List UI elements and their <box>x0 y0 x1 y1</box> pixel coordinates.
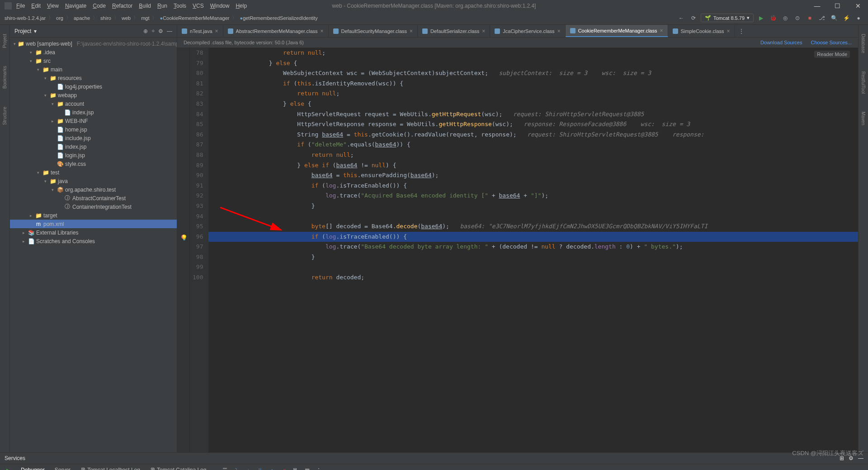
close-tab-icon[interactable]: × <box>727 28 730 34</box>
tree-item[interactable]: mpom.xml <box>10 220 177 228</box>
debugger-tab[interactable]: Server <box>50 465 75 470</box>
git-button[interactable]: ⎇ <box>817 13 827 23</box>
tree-item[interactable]: ⒿContainerIntegrationTest <box>10 202 177 211</box>
editor-tab[interactable]: nTest.java× <box>177 25 223 37</box>
menu-code[interactable]: Code <box>93 3 106 9</box>
tree-item[interactable]: ▾📁src <box>10 56 177 65</box>
more-icon[interactable]: ⋮ <box>314 465 324 470</box>
profile-button[interactable]: ⊙ <box>793 13 802 23</box>
services-settings-icon[interactable]: ⚙ <box>849 455 854 461</box>
close-tab-icon[interactable]: × <box>660 28 663 34</box>
layout-icon[interactable]: ☰ <box>220 465 230 470</box>
coverage-button[interactable]: ◎ <box>780 13 790 23</box>
code-lines[interactable]: return null; } else { WebSubjectContext … <box>208 48 858 452</box>
breadcrumb-item[interactable]: apache <box>74 15 90 21</box>
gutter[interactable]: 💡 <box>177 48 190 452</box>
menu-file[interactable]: File <box>16 3 25 9</box>
trace-icon[interactable]: ▦ <box>302 465 312 470</box>
step-into-icon[interactable]: ↓ <box>243 465 253 470</box>
close-tab-icon[interactable]: × <box>410 28 413 34</box>
project-tree[interactable]: ▾📁 web [samples-web] F:\javasec-env\shir… <box>10 38 177 452</box>
tree-item[interactable]: ▾📁java <box>10 177 177 185</box>
tree-item[interactable]: ▸📚External Libraries <box>10 228 177 237</box>
menu-help[interactable]: Help <box>236 3 247 9</box>
close-tab-icon[interactable]: × <box>215 28 218 34</box>
evaluate-icon[interactable]: 🖩 <box>290 465 300 470</box>
stripe-bookmarks[interactable]: Bookmarks <box>2 66 7 89</box>
reader-mode-badge[interactable]: Reader Mode <box>814 51 850 58</box>
maximize-button[interactable]: ☐ <box>827 0 848 11</box>
tree-item[interactable]: 📄index.jsp <box>10 142 177 151</box>
select-opened-icon[interactable]: ⊕ <box>143 28 148 34</box>
editor-tab[interactable]: JcaCipherService.class× <box>490 25 565 37</box>
debug-button[interactable]: 🐞 <box>768 13 778 23</box>
tree-item[interactable]: 📄include.jsp <box>10 134 177 142</box>
tree-item[interactable]: ▾📁.idea <box>10 48 177 56</box>
tree-item[interactable]: ▾📁test <box>10 168 177 177</box>
tree-item[interactable]: ▾📁resources <box>10 74 177 82</box>
step-over-icon[interactable]: ⤵ <box>231 465 241 470</box>
close-tab-icon[interactable]: × <box>557 28 561 34</box>
tree-item[interactable]: 📄index.jsp <box>10 108 177 117</box>
settings-button[interactable]: ⚡ <box>841 13 851 23</box>
breadcrumb-item[interactable]: ● CookieRememberMeManager <box>160 15 229 21</box>
tree-item[interactable]: ▾📁webapp <box>10 91 177 99</box>
stripe-restfultool[interactable]: RestfulTool <box>861 71 866 94</box>
tree-item[interactable]: 📄log4j.properties <box>10 82 177 91</box>
menu-edit[interactable]: Edit <box>31 3 41 9</box>
stripe-structure[interactable]: Structure <box>2 107 7 125</box>
tree-item[interactable]: 🎨style.css <box>10 160 177 168</box>
breadcrumb-item[interactable]: shiro-web-1.2.4.jar <box>5 15 46 21</box>
tree-item[interactable]: ▸📁WEB-INF <box>10 117 177 125</box>
stop-button[interactable]: ■ <box>805 13 815 23</box>
intention-bulb-icon[interactable]: 💡 <box>181 233 188 243</box>
run-to-cursor-icon[interactable]: ⇥ <box>278 465 288 470</box>
search-button[interactable]: 🔍 <box>829 13 839 23</box>
tabs-more-icon[interactable]: ⋮ <box>735 25 748 37</box>
editor-tab[interactable]: CookieRememberMeManager.class× <box>566 25 668 37</box>
breadcrumb-item[interactable]: org <box>56 15 63 21</box>
tree-item[interactable]: 📄home.jsp <box>10 125 177 134</box>
hide-icon[interactable]: — <box>167 28 172 34</box>
minimize-button[interactable]: — <box>807 0 827 11</box>
menu-view[interactable]: View <box>47 3 59 9</box>
services-balance-icon[interactable]: ⊞ <box>840 455 844 461</box>
menu-window[interactable]: Window <box>210 3 230 9</box>
stripe-maven[interactable]: Maven <box>861 112 866 125</box>
editor-tab[interactable]: AbstractRememberMeManager.class× <box>223 25 329 37</box>
tree-item[interactable]: ▾📦org.apache.shiro.test <box>10 185 177 194</box>
breadcrumb-item[interactable]: ● getRememberedSerializedIdentity <box>240 15 317 21</box>
stripe-project[interactable]: Project <box>2 34 7 48</box>
stripe-database[interactable]: Database <box>861 34 866 53</box>
run-button[interactable]: ▶ <box>756 13 766 23</box>
editor-tab[interactable]: SimpleCookie.class× <box>668 25 735 37</box>
tree-item[interactable]: ▾📁account <box>10 99 177 108</box>
debugger-tab[interactable]: 🖹 Tomcat Localhost Log <box>76 465 145 470</box>
tree-item[interactable]: ▸📁target <box>10 211 177 220</box>
collapse-icon[interactable]: ÷ <box>151 28 155 34</box>
code-editor[interactable]: 💡 78798081828384858687888990919293949596… <box>177 48 858 452</box>
tree-item[interactable]: ▸📄Scratches and Consoles <box>10 237 177 245</box>
editor-tab[interactable]: DefaultSerializer.class× <box>418 25 490 37</box>
tree-root[interactable]: ▾📁 web [samples-web] F:\javasec-env\shir… <box>10 39 177 48</box>
tree-item[interactable]: 📄login.jsp <box>10 151 177 160</box>
tree-item[interactable]: ▾📁main <box>10 65 177 74</box>
force-step-icon[interactable]: ⇊ <box>255 465 265 470</box>
ai-button[interactable]: ● <box>854 13 863 23</box>
breadcrumb-item[interactable]: mgt <box>141 15 149 21</box>
services-hide-icon[interactable]: — <box>858 455 863 461</box>
menu-run[interactable]: Run <box>157 3 167 9</box>
breadcrumb-item[interactable]: web <box>122 15 131 21</box>
sync-button[interactable]: ⟳ <box>689 13 698 23</box>
debugger-tab[interactable]: 🖹 Tomcat Catalina Log <box>146 465 211 470</box>
close-button[interactable]: ✕ <box>848 0 868 11</box>
choose-sources-link[interactable]: Choose Sources... <box>811 40 852 45</box>
rerun-button[interactable]: ▶ <box>2 465 14 470</box>
step-out-icon[interactable]: ↑ <box>267 465 277 470</box>
menu-vcs[interactable]: VCS <box>193 3 204 9</box>
debugger-tab[interactable]: Debugger <box>16 465 49 470</box>
back-button[interactable]: ← <box>676 13 686 23</box>
menu-navigate[interactable]: Navigate <box>65 3 86 9</box>
settings-icon[interactable]: ⚙ <box>158 28 163 34</box>
close-tab-icon[interactable]: × <box>482 28 485 34</box>
